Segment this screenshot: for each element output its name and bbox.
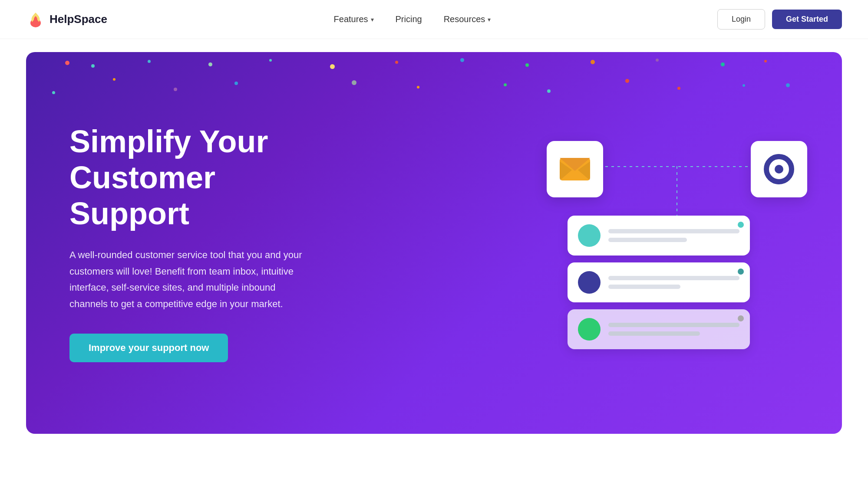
dot: [395, 61, 398, 64]
logo-text: HelpSpace: [50, 13, 107, 26]
dot: [656, 59, 659, 62]
conv-line: [608, 331, 700, 336]
get-started-button[interactable]: Get Started: [772, 10, 842, 29]
chevron-down-icon: ▾: [488, 16, 491, 23]
dot: [234, 82, 238, 85]
conv-lines-1: [608, 229, 739, 242]
dot: [208, 62, 212, 66]
nav-resources[interactable]: Resources ▾: [444, 14, 491, 24]
navbar: HelpSpace Features ▾ Pricing Resources ▾…: [0, 0, 868, 39]
dot: [91, 64, 95, 68]
conv-line: [608, 285, 680, 289]
nav-features[interactable]: Features ▾: [334, 14, 374, 24]
conversation-card-2: [568, 262, 750, 302]
conversation-cards: [568, 216, 750, 349]
conv-line: [608, 323, 739, 327]
email-icon: [560, 158, 590, 180]
dot: [65, 61, 69, 65]
dot: [113, 78, 116, 81]
nav-links: Features ▾ Pricing Resources ▾: [334, 14, 491, 24]
hero-content: Simplify Your Customer Support A well-ro…: [26, 89, 352, 397]
dot: [625, 79, 629, 83]
conversation-card-1: [568, 216, 750, 256]
status-dot-3: [738, 315, 744, 321]
chevron-down-icon: ▾: [371, 16, 374, 23]
nav-actions: Login Get Started: [717, 9, 842, 29]
dot: [504, 83, 507, 86]
dot: [591, 60, 595, 64]
conv-lines-2: [608, 276, 739, 289]
dot: [525, 63, 529, 67]
dot: [786, 83, 790, 87]
logo[interactable]: HelpSpace: [26, 10, 107, 29]
ring-card: [751, 141, 807, 197]
hero-section: Simplify Your Customer Support A well-ro…: [26, 52, 842, 434]
hero-subtitle: A well-rounded customer service tool tha…: [69, 247, 308, 312]
conv-line: [608, 238, 687, 242]
dot: [460, 58, 464, 62]
conv-line: [608, 229, 739, 233]
login-button[interactable]: Login: [717, 9, 765, 29]
avatar-2: [578, 271, 601, 294]
ring-icon: [764, 154, 794, 184]
conv-lines-3: [608, 323, 739, 336]
nav-pricing[interactable]: Pricing: [396, 14, 422, 24]
dot: [721, 62, 725, 66]
hero-illustration: [547, 124, 807, 362]
dot: [417, 86, 419, 88]
dot: [148, 60, 151, 63]
logo-icon: [26, 10, 45, 29]
dot: [677, 87, 680, 90]
dot: [547, 89, 551, 93]
status-dot-2: [738, 269, 744, 275]
dot: [764, 60, 767, 62]
conv-line: [608, 276, 739, 280]
conversation-card-3: [568, 309, 750, 349]
cta-button[interactable]: Improve your support now: [69, 334, 228, 362]
email-card: [547, 141, 603, 197]
avatar-3: [578, 318, 601, 341]
dot: [330, 64, 335, 69]
dot: [269, 59, 272, 62]
status-dot-1: [738, 222, 744, 228]
dot: [743, 84, 745, 87]
dot: [352, 80, 356, 85]
avatar-1: [578, 224, 601, 247]
hero-title: Simplify Your Customer Support: [69, 124, 308, 231]
